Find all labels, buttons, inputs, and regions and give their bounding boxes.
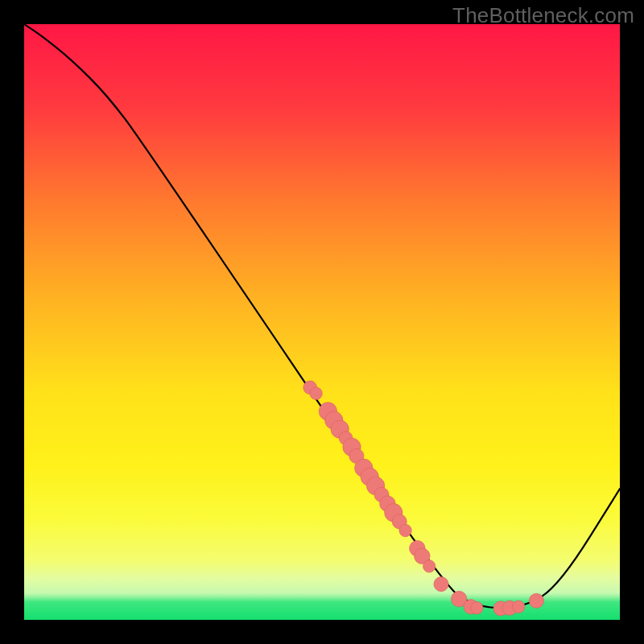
data-point	[513, 601, 525, 613]
data-point	[529, 593, 543, 608]
data-point	[471, 602, 483, 614]
chart-svg	[24, 24, 620, 620]
data-point	[434, 577, 448, 592]
data-point	[399, 524, 411, 536]
data-point	[423, 560, 436, 572]
chart-plot	[24, 24, 620, 620]
data-point	[310, 387, 322, 399]
chart-frame: TheBottleneck.com	[0, 0, 644, 644]
gradient-bg	[24, 24, 620, 620]
